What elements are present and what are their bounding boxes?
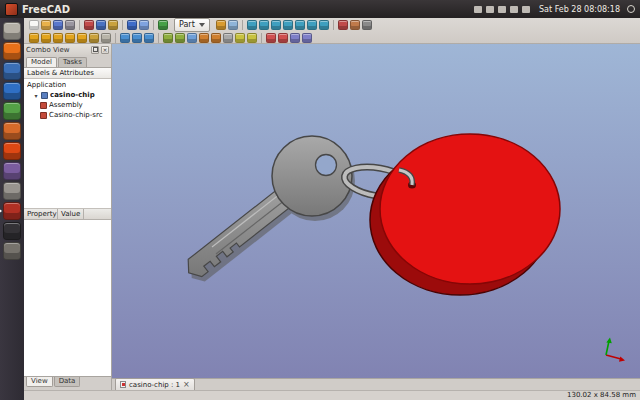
- float-icon: [93, 47, 98, 52]
- bluetooth-icon[interactable]: [486, 6, 494, 13]
- tab-model[interactable]: Model: [26, 57, 57, 67]
- tree: Application ▾casino-chipAssemblyCasino-c…: [24, 79, 111, 209]
- bottom-view-icon[interactable]: [307, 20, 317, 30]
- cylinder-icon[interactable]: [41, 33, 51, 43]
- shape-builder-icon[interactable]: [101, 33, 111, 43]
- network-icon[interactable]: [498, 6, 506, 13]
- cross-sections-icon[interactable]: [278, 33, 288, 43]
- tab-tasks[interactable]: Tasks: [58, 57, 87, 67]
- launcher-freecad[interactable]: [3, 202, 21, 220]
- launcher-libreoffice-calc[interactable]: [3, 102, 21, 120]
- revolve-icon[interactable]: [175, 33, 185, 43]
- boolean-cut-icon[interactable]: [144, 33, 154, 43]
- tree-item-casino-chip-src[interactable]: Casino-chip-src: [24, 110, 111, 120]
- measure-distance-icon[interactable]: [338, 20, 348, 30]
- boolean-common-icon[interactable]: [132, 33, 142, 43]
- create-primitives-icon[interactable]: [89, 33, 99, 43]
- topbar-indicators: [472, 6, 532, 13]
- loft-icon[interactable]: [235, 33, 245, 43]
- save-document-icon[interactable]: [53, 20, 63, 30]
- toolbar-separator: [122, 20, 123, 30]
- close-tab-icon[interactable]: ×: [183, 381, 190, 389]
- fillet-icon[interactable]: [199, 33, 209, 43]
- new-document-icon[interactable]: [29, 20, 39, 30]
- ruled-surface-icon[interactable]: [223, 33, 233, 43]
- battery-icon[interactable]: [522, 6, 530, 13]
- sphere-icon[interactable]: [53, 33, 63, 43]
- toolbar-row-1: Part: [24, 18, 640, 31]
- chip-face: [380, 134, 560, 284]
- undo-icon[interactable]: [127, 20, 137, 30]
- close-panel-button[interactable]: ×: [101, 46, 109, 54]
- chevron-down-icon: [199, 23, 205, 27]
- combo-view-titlebar: Combo View ×: [24, 44, 111, 55]
- launcher-ubuntu-software[interactable]: [3, 142, 21, 160]
- keyboard-indicator-icon[interactable]: [474, 6, 482, 13]
- measure-angular-icon[interactable]: [350, 20, 360, 30]
- tab-data[interactable]: Data: [54, 377, 81, 387]
- section-icon[interactable]: [266, 33, 276, 43]
- cut-icon[interactable]: [84, 20, 94, 30]
- torus-icon[interactable]: [77, 33, 87, 43]
- clock[interactable]: Sat Feb 28 08:08:18: [539, 5, 620, 14]
- session-menu-icon[interactable]: [627, 5, 635, 13]
- offset-icon[interactable]: [290, 33, 300, 43]
- right-view-icon[interactable]: [283, 20, 293, 30]
- left-view-icon[interactable]: [319, 20, 329, 30]
- launcher-libreoffice-impress[interactable]: [3, 122, 21, 140]
- launcher-dash-home[interactable]: [3, 22, 21, 40]
- fit-all-icon[interactable]: [216, 20, 226, 30]
- toolbar-separator: [242, 20, 243, 30]
- tree-header: Labels & Attributes: [24, 68, 111, 79]
- box-icon[interactable]: [29, 33, 39, 43]
- toolbar-separator: [115, 33, 116, 43]
- launcher-libreoffice-writer[interactable]: [3, 82, 21, 100]
- tree-item-casino-chip[interactable]: ▾casino-chip: [24, 90, 111, 100]
- float-panel-button[interactable]: [91, 46, 99, 54]
- freecad-app-icon: [5, 3, 18, 16]
- combo-view-title: Combo View: [26, 46, 89, 54]
- workbench-selector[interactable]: Part: [174, 18, 210, 32]
- boolean-union-icon[interactable]: [120, 33, 130, 43]
- axonometric-view-icon[interactable]: [247, 20, 257, 30]
- tree-item-application[interactable]: Application: [24, 80, 111, 90]
- cone-icon[interactable]: [65, 33, 75, 43]
- launcher-ubuntu-one[interactable]: [3, 162, 21, 180]
- value-column-header: Value: [58, 209, 84, 219]
- open-document-icon[interactable]: [41, 20, 51, 30]
- launcher-files[interactable]: [3, 42, 21, 60]
- toolbar-area: Part: [24, 18, 640, 44]
- print-icon[interactable]: [65, 20, 75, 30]
- copy-icon[interactable]: [96, 20, 106, 30]
- front-view-icon[interactable]: [259, 20, 269, 30]
- rear-view-icon[interactable]: [295, 20, 305, 30]
- tree-item-assembly[interactable]: Assembly: [24, 100, 111, 110]
- freecad-window: Part Combo View × ModelTasks Labels & At…: [24, 18, 640, 400]
- launcher-system-settings[interactable]: [3, 182, 21, 200]
- document-tab[interactable]: casino-chip : 1 ×: [115, 378, 195, 390]
- launcher-firefox[interactable]: [3, 62, 21, 80]
- paste-icon[interactable]: [108, 20, 118, 30]
- clear-measurement-icon[interactable]: [362, 20, 372, 30]
- tree-items: ▾casino-chipAssemblyCasino-chip-src: [24, 90, 111, 120]
- expander-icon[interactable]: ▾: [33, 92, 39, 99]
- extrude-icon[interactable]: [163, 33, 173, 43]
- launcher: [0, 18, 24, 400]
- tab-view[interactable]: View: [26, 377, 53, 387]
- document-icon: [120, 381, 126, 388]
- thickness-icon[interactable]: [302, 33, 312, 43]
- chamfer-icon[interactable]: [211, 33, 221, 43]
- mirror-icon[interactable]: [187, 33, 197, 43]
- launcher-terminal[interactable]: [3, 222, 21, 240]
- top-view-icon[interactable]: [271, 20, 281, 30]
- tree-item-label: casino-chip: [50, 91, 95, 99]
- screen: FreeCAD Sat Feb 28 08:08:18 Part: [0, 0, 640, 400]
- 3d-viewport[interactable]: [112, 44, 640, 378]
- launcher-trash[interactable]: [3, 242, 21, 260]
- assembly-icon: [40, 102, 47, 109]
- sound-icon[interactable]: [510, 6, 518, 13]
- redo-icon[interactable]: [139, 20, 149, 30]
- sweep-icon[interactable]: [247, 33, 257, 43]
- draw-style-icon[interactable]: [228, 20, 238, 30]
- refresh-icon[interactable]: [158, 20, 168, 30]
